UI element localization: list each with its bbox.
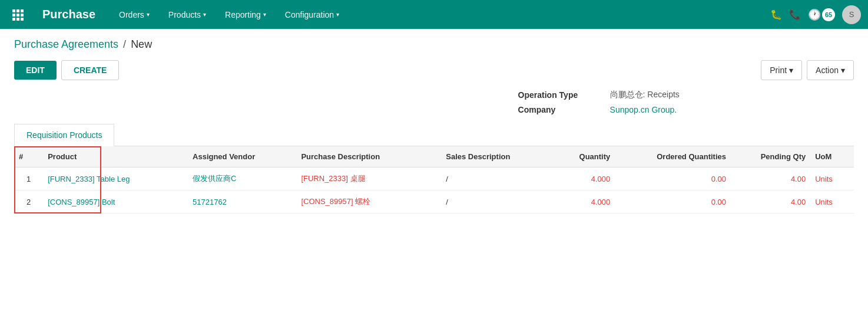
form-area: Operation Type 尚鹏总仓: Receipts Company Su… <box>0 90 868 214</box>
toolbar-right: Print ▾ Action ▾ <box>761 60 854 80</box>
bug-icon[interactable]: 🐛 <box>770 9 782 20</box>
svg-rect-8 <box>21 18 24 21</box>
table-cell-4[interactable]: / <box>441 191 549 214</box>
table-cell-2[interactable]: 51721762 <box>188 191 296 214</box>
table-cell-0[interactable]: 1 <box>14 168 43 191</box>
svg-rect-3 <box>12 14 15 17</box>
chevron-down-icon: ▾ <box>789 65 793 75</box>
svg-rect-2 <box>21 9 24 12</box>
table-header-row: # Product Assigned Vendor Purchase Descr… <box>14 146 854 168</box>
company-row: Company Sunpop.cn Group. <box>518 105 854 114</box>
col-header-product: Product <box>43 146 188 168</box>
breadcrumb-separator: / <box>123 38 126 51</box>
table-wrapper: # Product Assigned Vendor Purchase Descr… <box>14 146 854 214</box>
table-cell-5[interactable]: 4.000 <box>550 191 615 214</box>
nav-right: 🐛 📞 🕐 65 S <box>770 5 861 24</box>
chevron-down-icon: ▾ <box>203 11 206 18</box>
col-header-pending: Pending Qty <box>731 146 810 168</box>
create-button[interactable]: CREATE <box>61 60 120 80</box>
breadcrumb-parent[interactable]: Purchase Agreements <box>14 38 118 51</box>
toolbar: EDIT CREATE Print ▾ Action ▾ <box>0 55 868 90</box>
badge-count: 65 <box>822 8 835 21</box>
app-brand[interactable]: Purchase <box>33 8 105 21</box>
chevron-down-icon: ▾ <box>263 11 266 18</box>
nav-item-configuration[interactable]: Configuration ▾ <box>276 0 349 29</box>
svg-rect-7 <box>16 18 19 21</box>
form-info-right: Operation Type 尚鹏总仓: Receipts Company Su… <box>14 90 854 114</box>
nav-item-products[interactable]: Products ▾ <box>159 0 216 29</box>
nav-menu: Orders ▾ Products ▾ Reporting ▾ Configur… <box>110 0 770 29</box>
table-cell-1[interactable]: [CONS_89957] Bolt <box>43 191 188 214</box>
grid-menu-icon[interactable] <box>7 4 28 25</box>
svg-rect-4 <box>16 14 19 17</box>
table-cell-8[interactable]: Units <box>810 191 854 214</box>
table-cell-0[interactable]: 2 <box>14 191 43 214</box>
notification-badge[interactable]: 🕐 65 <box>808 8 835 21</box>
table-cell-4[interactable]: / <box>441 168 549 191</box>
table-cell-6[interactable]: 0.00 <box>615 191 731 214</box>
col-header-num: # <box>14 146 43 168</box>
table-row[interactable]: 2[CONS_89957] Bolt51721762[CONS_89957] 螺… <box>14 191 854 214</box>
table-cell-8[interactable]: Units <box>810 168 854 191</box>
top-nav: Purchase Orders ▾ Products ▾ Reporting ▾… <box>0 0 868 29</box>
svg-rect-5 <box>21 14 24 17</box>
nav-item-reporting[interactable]: Reporting ▾ <box>216 0 276 29</box>
table-cell-3[interactable]: [CONS_89957] 螺栓 <box>296 191 441 214</box>
edit-button[interactable]: EDIT <box>14 61 57 80</box>
svg-rect-6 <box>12 18 15 21</box>
operation-type-value: 尚鹏总仓: Receipts <box>610 90 680 100</box>
table-cell-1[interactable]: [FURN_2333] Table Leg <box>43 168 188 191</box>
tabs-container: Requisition Products # Product Assigned … <box>14 124 854 214</box>
breadcrumb-current: New <box>131 38 152 51</box>
action-button[interactable]: Action ▾ <box>807 60 854 80</box>
table-body: 1[FURN_2333] Table Leg假发供应商C[FURN_2333] … <box>14 168 854 214</box>
col-header-sales-desc: Sales Description <box>441 146 549 168</box>
table-row[interactable]: 1[FURN_2333] Table Leg假发供应商C[FURN_2333] … <box>14 168 854 191</box>
col-header-vendor: Assigned Vendor <box>188 146 296 168</box>
operation-type-label: Operation Type <box>518 90 601 100</box>
table-cell-5[interactable]: 4.000 <box>550 168 615 191</box>
tab-header: Requisition Products <box>14 124 854 146</box>
products-table: # Product Assigned Vendor Purchase Descr… <box>14 146 854 214</box>
tab-requisition-products[interactable]: Requisition Products <box>14 124 114 146</box>
col-header-ordered: Ordered Quantities <box>615 146 731 168</box>
chevron-down-icon: ▾ <box>147 11 150 18</box>
phone-icon[interactable]: 📞 <box>789 9 801 20</box>
chevron-down-icon: ▾ <box>841 65 845 75</box>
print-button[interactable]: Print ▾ <box>761 60 802 80</box>
table-cell-3[interactable]: [FURN_2333] 桌腿 <box>296 168 441 191</box>
nav-item-orders[interactable]: Orders ▾ <box>110 0 159 29</box>
svg-rect-0 <box>12 9 15 12</box>
table-cell-7[interactable]: 4.00 <box>731 191 810 214</box>
breadcrumb: Purchase Agreements / New <box>0 29 868 55</box>
operation-type-row: Operation Type 尚鹏总仓: Receipts <box>518 90 854 100</box>
chevron-down-icon: ▾ <box>336 11 339 18</box>
table-cell-2[interactable]: 假发供应商C <box>188 168 296 191</box>
table-cell-6[interactable]: 0.00 <box>615 168 731 191</box>
col-header-purchase-desc: Purchase Description <box>296 146 441 168</box>
company-label: Company <box>518 105 601 114</box>
company-value[interactable]: Sunpop.cn Group. <box>610 105 677 114</box>
svg-rect-1 <box>16 9 19 12</box>
user-avatar[interactable]: S <box>842 5 861 24</box>
col-header-quantity: Quantity <box>550 146 615 168</box>
col-header-uom: UoM <box>810 146 854 168</box>
table-cell-7[interactable]: 4.00 <box>731 168 810 191</box>
